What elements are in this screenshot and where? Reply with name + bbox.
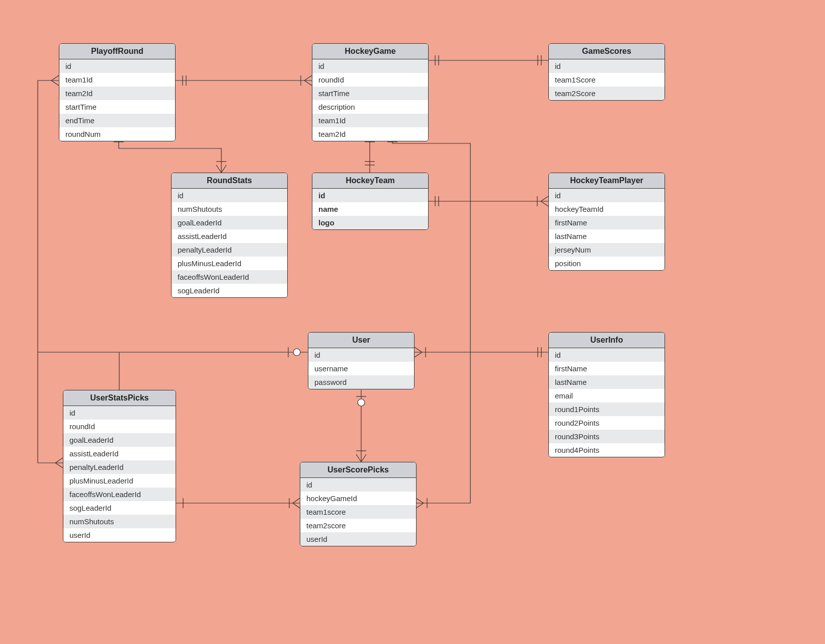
svg-line-55 xyxy=(293,498,300,503)
field: faceoffsWonLeaderId xyxy=(172,270,287,284)
entity-header: HockeyTeamPlayer xyxy=(549,173,665,189)
svg-line-44 xyxy=(361,454,366,462)
entity-header: UserScorePicks xyxy=(300,462,416,478)
svg-line-35 xyxy=(415,347,422,352)
field: userId xyxy=(63,528,176,542)
field: username xyxy=(308,362,414,375)
svg-line-49 xyxy=(51,80,59,86)
entity-header: PlayoffRound xyxy=(59,44,175,59)
field: id xyxy=(312,189,428,202)
svg-line-27 xyxy=(541,201,548,206)
svg-line-26 xyxy=(541,196,548,201)
field: round2Points xyxy=(549,416,665,430)
field: round3Points xyxy=(549,430,665,443)
field: plusMinusLeaderId xyxy=(63,474,176,488)
svg-line-4 xyxy=(304,80,312,86)
entity-gamescores[interactable]: GameScores id team1Score team2Score xyxy=(548,43,665,101)
field: team2score xyxy=(300,519,416,532)
entity-user[interactable]: User id username password xyxy=(308,332,415,389)
entity-hockeygame[interactable]: HockeyGame id roundId startTime descript… xyxy=(312,43,429,141)
field: lastName xyxy=(549,229,665,243)
field: password xyxy=(308,375,414,389)
entity-hockeyteam[interactable]: HockeyTeam id name logo xyxy=(312,173,429,230)
field: team1score xyxy=(300,505,416,519)
entity-header: UserStatsPicks xyxy=(63,390,176,406)
field: penaltyLeaderId xyxy=(172,243,287,257)
svg-line-3 xyxy=(304,75,312,80)
svg-line-56 xyxy=(293,503,300,508)
field: id xyxy=(63,406,176,420)
field: id xyxy=(549,189,665,202)
field: team2Score xyxy=(549,87,665,100)
field: sogLeaderId xyxy=(172,284,287,297)
er-diagram-canvas: PlayoffRound id team1Id team2Id startTim… xyxy=(0,0,825,644)
field: firstName xyxy=(549,362,665,375)
field: id xyxy=(300,478,416,492)
entity-hockeyteamplayer[interactable]: HockeyTeamPlayer id hockeyTeamId firstNa… xyxy=(548,173,665,271)
field: endTime xyxy=(59,114,175,127)
field: firstName xyxy=(549,216,665,229)
field: roundNum xyxy=(59,127,175,141)
field: roundId xyxy=(63,420,176,433)
field: id xyxy=(549,59,665,73)
field: team1Score xyxy=(549,73,665,87)
svg-line-32 xyxy=(416,498,424,503)
field: userId xyxy=(300,532,416,546)
field: team1Id xyxy=(312,114,428,127)
svg-line-51 xyxy=(55,463,63,468)
field: jerseyNum xyxy=(549,243,665,257)
svg-line-14 xyxy=(216,165,221,173)
svg-point-46 xyxy=(293,349,300,356)
field: position xyxy=(549,257,665,270)
field: logo xyxy=(312,216,428,229)
field: id xyxy=(172,189,287,202)
field: penaltyLeaderId xyxy=(63,460,176,474)
svg-line-48 xyxy=(51,75,59,80)
field: round1Points xyxy=(549,403,665,416)
svg-line-15 xyxy=(221,165,226,173)
field: sogLeaderId xyxy=(63,501,176,515)
entity-playoffround[interactable]: PlayoffRound id team1Id team2Id startTim… xyxy=(59,43,176,141)
field: id xyxy=(549,348,665,362)
field: numShutouts xyxy=(63,515,176,528)
field: id xyxy=(312,59,428,73)
field: hockeyTeamId xyxy=(549,202,665,216)
field: round4Points xyxy=(549,443,665,457)
entity-header: HockeyGame xyxy=(312,44,428,59)
field: name xyxy=(312,202,428,216)
entity-header: GameScores xyxy=(549,44,665,59)
svg-line-50 xyxy=(55,458,63,463)
svg-point-41 xyxy=(358,399,365,406)
entity-userinfo[interactable]: UserInfo id firstName lastName email rou… xyxy=(548,332,665,457)
entity-header: RoundStats xyxy=(172,173,287,189)
field: assistLeaderId xyxy=(172,229,287,243)
field: roundId xyxy=(312,73,428,87)
entity-userstatspicks[interactable]: UserStatsPicks id roundId goalLeaderId a… xyxy=(63,390,176,542)
entity-header: HockeyTeam xyxy=(312,173,428,189)
field: numShutouts xyxy=(172,202,287,216)
svg-line-36 xyxy=(415,352,422,357)
field: goalLeaderId xyxy=(63,433,176,447)
field: startTime xyxy=(312,87,428,100)
field: id xyxy=(308,348,414,362)
field: id xyxy=(59,59,175,73)
field: plusMinusLeaderId xyxy=(172,257,287,270)
entity-userscorepicks[interactable]: UserScorePicks id hockeyGameId team1scor… xyxy=(300,462,417,546)
entity-roundstats[interactable]: RoundStats id numShutouts goalLeaderId a… xyxy=(171,173,288,298)
field: faceoffsWonLeaderId xyxy=(63,488,176,501)
field: team2Id xyxy=(59,87,175,100)
field: email xyxy=(549,389,665,403)
field: description xyxy=(312,100,428,114)
field: startTime xyxy=(59,100,175,114)
field: assistLeaderId xyxy=(63,447,176,460)
entity-header: UserInfo xyxy=(549,333,665,348)
field: team1Id xyxy=(59,73,175,87)
svg-line-43 xyxy=(356,454,361,462)
svg-line-33 xyxy=(416,503,424,508)
field: goalLeaderId xyxy=(172,216,287,229)
field: lastName xyxy=(549,375,665,389)
field: team2Id xyxy=(312,127,428,141)
field: hockeyGameId xyxy=(300,492,416,505)
entity-header: User xyxy=(308,333,414,348)
